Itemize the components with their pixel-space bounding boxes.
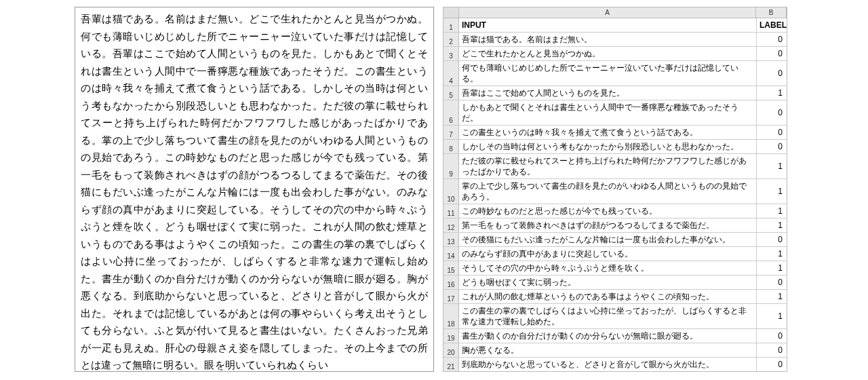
table-row: 18この書生の掌の裏でしばらくはよい心持に坐っておったが、しばらくすると非常な速…: [443, 304, 787, 329]
table-row: 21到底助からないと思っていると、どさりと音がして眼から火が出た。0: [443, 358, 787, 371]
cell-label[interactable]: 0: [757, 140, 787, 153]
cell-label[interactable]: 1: [757, 261, 787, 275]
column-header-row: A B: [443, 7, 787, 18]
cell-input[interactable]: そうしてその穴の中から時々ぷうぷうと煙を吹く。: [459, 261, 757, 275]
cell-input[interactable]: 到底助からないと思っていると、どさりと音がして眼から火が出た。: [459, 358, 757, 371]
table-row: 15そうしてその穴の中から時々ぷうぷうと煙を吹く。1: [443, 261, 787, 276]
table-row: 12第一毛をもって装飾されべきはずの顔がつるつるしてまるで薬缶だ。1: [443, 218, 787, 233]
row-number[interactable]: 9: [443, 154, 459, 178]
row-number[interactable]: 8: [443, 140, 459, 153]
rows-container: 1INPUTLABEL2吾輩は猫である。名前はまだ無い。03どこで生れたかとんと…: [443, 18, 787, 371]
cell-label[interactable]: 1: [757, 154, 787, 178]
table-row: 16どうも咽せぽくて実に弱った。0: [443, 276, 787, 290]
table-row: 4何でも薄暗いじめじめした所でニャーニャー泣いていた事だけは記憶している。0: [443, 61, 787, 86]
table-row: 19書生が動くのか自分だけが動くのか分らないが無暗に眼が廻る。0: [443, 329, 787, 343]
row-number[interactable]: 6: [443, 100, 459, 125]
table-row: 14のみならず顔の真中があまりに突起している。1: [443, 247, 787, 261]
row-number[interactable]: 15: [443, 261, 459, 275]
table-header-row: 1INPUTLABEL: [443, 18, 787, 33]
table-row: 2吾輩は猫である。名前はまだ無い。0: [443, 33, 787, 47]
col-header-A[interactable]: A: [459, 7, 756, 18]
header-cell-input[interactable]: INPUT: [459, 18, 757, 32]
row-number[interactable]: 1: [443, 18, 459, 32]
cell-label[interactable]: 1: [757, 247, 787, 261]
cell-label[interactable]: 0: [757, 61, 787, 86]
row-number[interactable]: 21: [443, 358, 459, 371]
row-number[interactable]: 18: [443, 304, 459, 328]
cell-input[interactable]: 吾輩はここで始めて人間というものを見た。: [459, 86, 757, 100]
cell-input[interactable]: 掌の上で少し落ちついて書生の顔を見たのがいわゆる人間というものの見始であろう。: [459, 179, 757, 204]
row-number[interactable]: 16: [443, 276, 459, 289]
cell-input[interactable]: 吾輩は猫である。名前はまだ無い。: [459, 33, 757, 46]
cell-input[interactable]: 何でも薄暗いじめじめした所でニャーニャー泣いていた事だけは記憶している。: [459, 61, 757, 86]
row-number[interactable]: 14: [443, 247, 459, 261]
row-number[interactable]: 10: [443, 179, 459, 204]
row-number[interactable]: 19: [443, 329, 459, 343]
row-number[interactable]: 11: [443, 204, 459, 218]
row-number[interactable]: 12: [443, 218, 459, 232]
source-text: 吾輩は猫である。名前はまだ無い。どこで生れたかとんと見当がつかぬ。何でも薄暗いじ…: [81, 13, 428, 370]
cell-input[interactable]: 胸が悪くなる。: [459, 343, 757, 357]
cell-input[interactable]: この書生の掌の裏でしばらくはよい心持に坐っておったが、しばらくすると非常な速力で…: [459, 304, 757, 328]
cell-label[interactable]: 1: [757, 179, 787, 204]
cell-label[interactable]: 0: [757, 343, 787, 357]
row-number[interactable]: 13: [443, 233, 459, 246]
cell-input[interactable]: どこで生れたかとんと見当がつかぬ。: [459, 47, 757, 60]
cell-label[interactable]: 0: [757, 233, 787, 246]
row-number[interactable]: 7: [443, 126, 459, 139]
row-number[interactable]: 4: [443, 61, 459, 86]
row-number[interactable]: 20: [443, 343, 459, 357]
cell-input[interactable]: しかしその当時は何という考もなかったから別段恐しいとも思わなかった。: [459, 140, 757, 153]
cell-input[interactable]: 書生が動くのか自分だけが動くのか分らないが無暗に眼が廻る。: [459, 329, 757, 343]
table-row: 8しかしその当時は何という考もなかったから別段恐しいとも思わなかった。0: [443, 140, 787, 154]
cell-label[interactable]: 0: [757, 276, 787, 289]
source-text-panel: 吾輩は猫である。名前はまだ無い。どこで生れたかとんと見当がつかぬ。何でも薄暗いじ…: [75, 7, 434, 372]
row-number[interactable]: 2: [443, 33, 459, 46]
table-row: 3どこで生れたかとんと見当がつかぬ。0: [443, 47, 787, 61]
cell-input[interactable]: この時妙なものだと思った感じが今でも残っている。: [459, 204, 757, 218]
cell-label[interactable]: 0: [757, 47, 787, 60]
table-row: 6しかもあとで聞くとそれは書生という人間中で一番獰悪な種族であったそうだ。0: [443, 100, 787, 126]
header-cell-label[interactable]: LABEL: [757, 18, 787, 32]
table-row: 17これが人間の飲む煙草というものである事はようやくこの頃知った。1: [443, 290, 787, 304]
table-row: 5吾輩はここで始めて人間というものを見た。1: [443, 86, 787, 100]
table-row: 9ただ彼の掌に載せられてスーと持ち上げられた時何だかフワフワした感じがあったばか…: [443, 154, 787, 179]
table-row: 11この時妙なものだと思った感じが今でも残っている。1: [443, 204, 787, 218]
col-header-B[interactable]: B: [756, 7, 787, 18]
cell-input[interactable]: その後猫にもだいぶ逢ったがこんな片輪には一度も出会わした事がない。: [459, 233, 757, 246]
cell-label[interactable]: 0: [757, 358, 787, 371]
cell-input[interactable]: しかもあとで聞くとそれは書生という人間中で一番獰悪な種族であったそうだ。: [459, 100, 757, 125]
cell-label[interactable]: 0: [757, 33, 787, 46]
cell-label[interactable]: 0: [757, 329, 787, 343]
cell-label[interactable]: 1: [757, 290, 787, 303]
table-row: 10掌の上で少し落ちついて書生の顔を見たのがいわゆる人間というものの見始であろう…: [443, 179, 787, 204]
cell-input[interactable]: ただ彼の掌に載せられてスーと持ち上げられた時何だかフワフワした感じがあったばかり…: [459, 154, 757, 178]
cell-input[interactable]: 第一毛をもって装飾されべきはずの顔がつるつるしてまるで薬缶だ。: [459, 218, 757, 232]
cell-label[interactable]: 1: [757, 218, 787, 232]
row-number[interactable]: 3: [443, 47, 459, 60]
table-row: 13その後猫にもだいぶ逢ったがこんな片輪には一度も出会わした事がない。0: [443, 233, 787, 247]
table-row: 20胸が悪くなる。0: [443, 343, 787, 358]
cell-input[interactable]: これが人間の飲む煙草というものである事はようやくこの頃知った。: [459, 290, 757, 303]
cell-label[interactable]: 0: [757, 100, 787, 125]
cell-label[interactable]: 1: [757, 86, 787, 100]
stage: 吾輩は猫である。名前はまだ無い。どこで生れたかとんと見当がつかぬ。何でも薄暗いじ…: [0, 0, 868, 380]
cell-label[interactable]: 0: [757, 126, 787, 139]
cell-input[interactable]: のみならず顔の真中があまりに突起している。: [459, 247, 757, 261]
table-row: 7この書生というのは時々我々を捕えて煮て食うという話である。0: [443, 126, 787, 140]
row-number[interactable]: 5: [443, 86, 459, 100]
cell-input[interactable]: この書生というのは時々我々を捕えて煮て食うという話である。: [459, 126, 757, 139]
spreadsheet[interactable]: A B 1INPUTLABEL2吾輩は猫である。名前はまだ無い。03どこで生れた…: [443, 7, 787, 372]
select-all-corner[interactable]: [443, 7, 459, 18]
cell-input[interactable]: どうも咽せぽくて実に弱った。: [459, 276, 757, 289]
cell-label[interactable]: 1: [757, 204, 787, 218]
row-number[interactable]: 17: [443, 290, 459, 303]
cell-label[interactable]: 1: [757, 304, 787, 328]
